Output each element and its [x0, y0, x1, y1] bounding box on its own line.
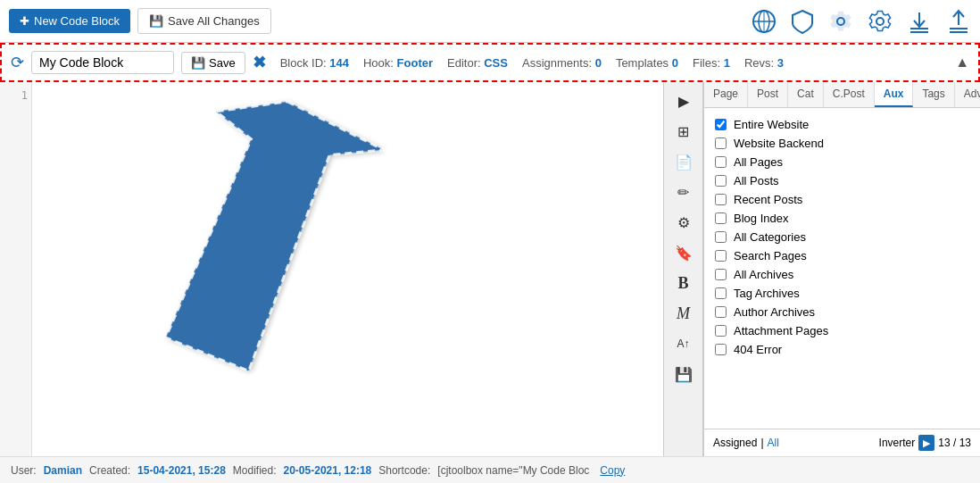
- shortcode-label: Shortcode:: [378, 464, 430, 477]
- block-id-value[interactable]: 144: [329, 56, 349, 70]
- checkbox-item-attachment-pages: Attachment Pages: [715, 321, 969, 340]
- checkbox-author-archives[interactable]: [715, 306, 727, 318]
- tab-cat[interactable]: Cat: [788, 82, 824, 107]
- tab-page[interactable]: Page: [704, 82, 748, 107]
- side-text-btn[interactable]: A↑: [668, 330, 700, 357]
- code-block-icon: ⟳: [11, 53, 24, 72]
- checkbox-search-pages[interactable]: [715, 250, 727, 262]
- checkbox-404-error[interactable]: [715, 344, 727, 355]
- tab-adv[interactable]: Adv: [955, 82, 980, 107]
- checkbox-all-archives[interactable]: [715, 269, 727, 280]
- side-math-btn[interactable]: M: [668, 300, 700, 327]
- checkbox-all-pages[interactable]: [715, 156, 727, 168]
- checkbox-website-backend[interactable]: [715, 137, 727, 149]
- tab-cpost[interactable]: C.Post: [824, 82, 875, 107]
- checkbox-item-blog-index: Blog Index: [715, 209, 969, 228]
- new-code-button[interactable]: ✚ New Code Block: [9, 9, 130, 33]
- tab-tags[interactable]: Tags: [913, 82, 954, 107]
- side-grid-btn[interactable]: ⊞: [668, 118, 700, 145]
- checkbox-label-blog-index: Blog Index: [734, 212, 788, 225]
- all-link[interactable]: All: [768, 437, 779, 449]
- checkbox-label-website-backend: Website Backend: [734, 137, 824, 150]
- side-edit-btn[interactable]: ✏: [668, 179, 700, 205]
- editor-label: Editor: CSS: [447, 56, 508, 70]
- save-block-button[interactable]: 💾 Save: [181, 52, 245, 74]
- hook-value[interactable]: Footer: [397, 56, 433, 70]
- checkbox-tag-archives[interactable]: [715, 287, 727, 299]
- user-name: Damian: [44, 464, 82, 477]
- editor-value[interactable]: CSS: [484, 56, 508, 70]
- checkbox-item-website-backend: Website Backend: [715, 134, 969, 153]
- side-insert-btn[interactable]: ▶: [668, 87, 700, 114]
- checkbox-list: Entire WebsiteWebsite BackendAll PagesAl…: [704, 108, 980, 429]
- save-all-button[interactable]: 💾 Save All Changes: [137, 8, 271, 34]
- checkbox-item-all-categories: All Categories: [715, 228, 969, 246]
- checkbox-label-attachment-pages: Attachment Pages: [734, 324, 828, 337]
- shortcode-value: [cjtoolbox name="My Code Bloc: [437, 464, 589, 477]
- checkbox-all-posts[interactable]: [715, 175, 727, 187]
- count-label: 13 / 13: [938, 437, 971, 449]
- files-value[interactable]: 1: [724, 56, 730, 70]
- checkbox-blog-index[interactable]: [715, 212, 727, 224]
- checkbox-entire-website[interactable]: [715, 119, 727, 130]
- close-block-button[interactable]: ✖: [253, 53, 266, 72]
- side-toolbar: ▶ ⊞ 📄 ✏ ⚙ 🔖 B M A↑ 💾: [664, 82, 703, 456]
- code-block-meta: Block ID: 144 Hook: Footer Editor: CSS A…: [280, 56, 784, 70]
- checkbox-item-all-archives: All Archives: [715, 265, 969, 284]
- tab-post[interactable]: Post: [748, 82, 788, 107]
- side-settings-btn[interactable]: ⚙: [668, 209, 700, 236]
- side-bold-btn[interactable]: B: [668, 270, 700, 296]
- collapse-button[interactable]: ▲: [955, 54, 969, 71]
- checkbox-item-entire-website: Entire Website: [715, 115, 969, 134]
- panel-footer: Assigned | All Inverter ▶ 13 / 13: [704, 429, 980, 456]
- nav-prev-btn[interactable]: ▶: [918, 435, 934, 451]
- revs-label: Revs: 3: [744, 56, 784, 70]
- side-save-btn[interactable]: 💾: [668, 361, 700, 387]
- side-bookmark-btn[interactable]: 🔖: [668, 239, 700, 266]
- tab-aux[interactable]: Aux: [875, 82, 914, 107]
- toolbar-icon-4[interactable]: [868, 9, 893, 34]
- assignments-value[interactable]: 0: [595, 56, 602, 70]
- checkbox-item-all-posts: All Posts: [715, 171, 969, 190]
- modified-label: Modified:: [233, 464, 277, 477]
- toolbar-icon-3[interactable]: [828, 9, 853, 34]
- save-block-label: Save: [209, 56, 236, 70]
- side-file-btn[interactable]: 📄: [668, 148, 700, 175]
- created-value: 15-04-2021, 15:28: [137, 464, 226, 477]
- toolbar-icon-2[interactable]: [791, 9, 814, 34]
- inverter-label: Inverter: [879, 437, 916, 449]
- checkbox-label-all-categories: All Categories: [734, 230, 806, 244]
- save-all-label: Save All Changes: [168, 14, 260, 28]
- checkbox-label-404-error: 404 Error: [734, 343, 782, 356]
- top-toolbar: ✚ New Code Block 💾 Save All Changes: [0, 0, 980, 43]
- code-content[interactable]: [32, 82, 663, 456]
- templates-label: Templates 0: [616, 56, 678, 70]
- assigned-label: Assigned: [713, 437, 757, 449]
- toolbar-icon-1[interactable]: [752, 9, 777, 34]
- files-label: Files: 1: [693, 56, 730, 70]
- checkbox-attachment-pages[interactable]: [715, 325, 727, 337]
- checkbox-label-recent-posts: Recent Posts: [734, 193, 802, 206]
- separator: |: [760, 437, 763, 449]
- checkbox-label-all-archives: All Archives: [734, 268, 793, 281]
- templates-value[interactable]: 0: [672, 56, 678, 70]
- right-panel: Page Post Cat C.Post Aux Tags Adv Entire…: [703, 82, 980, 456]
- main-area: 1 ▶ ⊞ 📄 ✏ ⚙ 🔖 B M A↑ 💾 Pa: [0, 82, 980, 456]
- hook-label: Hook: Footer: [363, 56, 433, 70]
- modified-value: 20-05-2021, 12:18: [284, 464, 372, 477]
- status-bar: User: Damian Created: 15-04-2021, 15:28 …: [0, 456, 980, 483]
- new-code-label: New Code Block: [34, 14, 120, 28]
- checkbox-label-tag-archives: Tag Archives: [734, 287, 800, 300]
- block-id-label: Block ID: 144: [280, 56, 349, 70]
- checkbox-all-categories[interactable]: [715, 231, 727, 243]
- toolbar-icon-5[interactable]: [907, 9, 932, 34]
- revs-value[interactable]: 3: [777, 56, 784, 70]
- toolbar-icon-6[interactable]: [946, 9, 971, 34]
- copy-button[interactable]: Copy: [600, 464, 625, 477]
- line-number-1: 1: [4, 89, 28, 102]
- checkbox-item-404-error: 404 Error: [715, 340, 969, 359]
- checkbox-recent-posts[interactable]: [715, 194, 727, 205]
- checkbox-label-all-pages: All Pages: [734, 155, 783, 169]
- line-numbers: 1: [0, 82, 32, 456]
- code-block-name-input[interactable]: [31, 51, 174, 74]
